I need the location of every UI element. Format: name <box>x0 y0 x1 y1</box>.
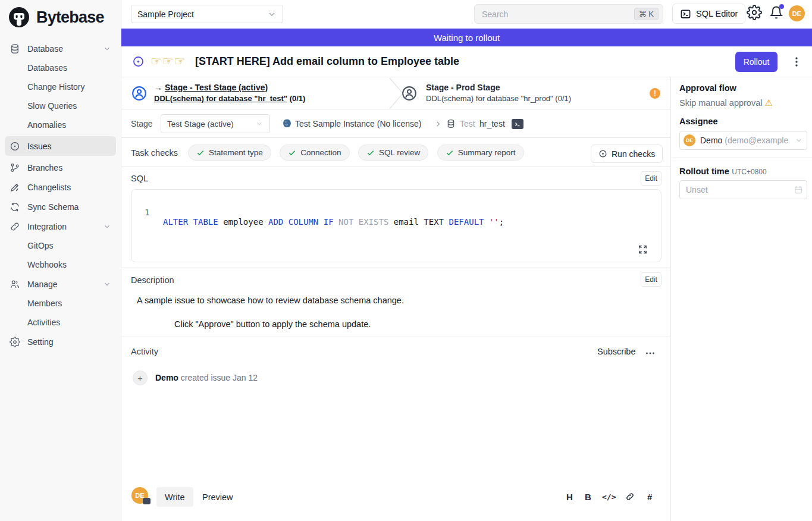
hash-format-icon[interactable]: # <box>647 492 652 502</box>
sidebar-item-change-history[interactable]: Change History <box>5 77 116 96</box>
activity-section: Activity Subscribe + Demo created issue … <box>121 337 671 521</box>
sidebar-item-sync-schema[interactable]: Sync Schema <box>5 197 116 216</box>
stage-select-value: Test Stage (active) <box>167 120 234 128</box>
sidebar-item-webhooks[interactable]: Webhooks <box>5 255 116 274</box>
sidebar-item-changelists[interactable]: Changelists <box>5 177 116 197</box>
sidebar-label: Issues <box>27 142 51 151</box>
sidebar-item-activities[interactable]: Activities <box>5 313 116 332</box>
activity-label: Activity <box>131 347 158 356</box>
chevron-down-icon <box>103 222 111 231</box>
rollout-button[interactable]: Rollout <box>735 52 777 72</box>
sidebar-item-branches[interactable]: Branches <box>5 158 116 177</box>
fullscreen-icon[interactable] <box>638 244 648 255</box>
approval-flow-title: Approval flow <box>679 83 736 93</box>
sidebar-item-manage[interactable]: Manage <box>5 274 116 294</box>
user-avatar[interactable]: DE <box>789 5 805 21</box>
kebab-menu-icon[interactable] <box>791 56 802 68</box>
check-label: Connection <box>300 148 341 157</box>
search-input[interactable] <box>482 10 634 19</box>
approval-status: Skip manual approval ⚠ <box>679 98 773 108</box>
sidebar-item-database[interactable]: Database <box>5 39 116 58</box>
tab-write[interactable]: Write <box>156 487 193 507</box>
database-breadcrumb[interactable]: hr_test <box>479 119 505 128</box>
check-pill-summary-report[interactable]: Summary report <box>437 145 524 161</box>
check-pill-connection[interactable]: Connection <box>280 145 349 161</box>
sidebar-label: Slow Queries <box>27 101 77 111</box>
stage-person-icon-active <box>131 85 148 102</box>
tab-preview[interactable]: Preview <box>194 487 242 507</box>
stage-name[interactable]: Stage - Test Stage (active) <box>165 83 268 92</box>
sidebar-label: Database <box>27 44 63 54</box>
sidebar-label: GitOps <box>27 241 54 250</box>
sidebar-nav: Database Databases Change History Slow Q… <box>0 33 121 351</box>
sidebar-item-members[interactable]: Members <box>5 294 116 313</box>
check-icon <box>196 149 205 157</box>
status-banner: Waiting to rollout <box>121 29 812 46</box>
sidebar-item-integration[interactable]: Integration <box>5 216 116 236</box>
brand-logo[interactable]: Bytebase <box>0 0 121 33</box>
issue-icon <box>10 141 20 152</box>
sidebar-item-setting[interactable]: Setting <box>5 332 116 351</box>
check-icon <box>288 149 296 157</box>
instance-breadcrumb[interactable]: Test Sample Instance (No license) <box>295 119 421 128</box>
project-name: Sample Project <box>137 10 194 19</box>
rollout-time-input[interactable] <box>686 185 794 194</box>
task-checks-label: Task checks <box>131 148 178 158</box>
sql-statement: ALTER TABLE employee ADD COLUMN IF NOT E… <box>163 217 504 227</box>
activity-user[interactable]: Demo <box>155 373 178 382</box>
stage-select[interactable]: Test Stage (active) <box>161 114 270 133</box>
check-pill-sql-review[interactable]: SQL review <box>358 145 428 161</box>
description-section: Description Edit A sample issue to showc… <box>121 268 671 337</box>
run-checks-label: Run checks <box>612 149 655 159</box>
stage-task-link[interactable]: DDL(schema) for database "hr_test" <box>154 94 287 103</box>
open-sql-editor-icon[interactable] <box>512 119 523 129</box>
run-checks-button[interactable]: Run checks <box>591 145 663 163</box>
status-banner-text: Waiting to rollout <box>434 33 500 43</box>
project-selector[interactable]: Sample Project <box>131 5 283 23</box>
environment-label: Test <box>460 119 475 128</box>
sidebar-item-anomalies[interactable]: Anomalies <box>5 115 116 134</box>
sidebar: Bytebase Database Databases Change Histo… <box>0 0 121 521</box>
sidebar-item-databases[interactable]: Databases <box>5 58 116 77</box>
code-format-icon[interactable]: </> <box>602 492 616 501</box>
heading-format-icon[interactable]: H <box>566 492 573 502</box>
sql-label: SQL <box>131 174 148 183</box>
description-edit-button[interactable]: Edit <box>641 272 661 287</box>
sidebar-item-gitops[interactable]: GitOps <box>5 236 116 255</box>
comment-badge-icon <box>143 498 151 504</box>
postgres-icon <box>282 118 292 128</box>
chevron-down-icon <box>267 10 277 19</box>
database-icon <box>446 119 456 128</box>
rollout-time-input-wrap <box>679 180 807 199</box>
search-box[interactable]: ⌘ K <box>474 4 663 24</box>
sidebar-item-issues[interactable]: Issues <box>5 136 116 156</box>
more-icon[interactable] <box>645 349 655 357</box>
chevron-down-icon <box>103 45 111 53</box>
stage-card-test[interactable]: → Stage - Test Stage (active) DDL(schema… <box>154 83 305 103</box>
right-panel: Approval flow Skip manual approval ⚠ Ass… <box>672 77 812 521</box>
assignee-select[interactable]: DE Demo (demo@example <box>679 131 807 150</box>
chevron-down-icon <box>103 280 111 288</box>
activity-event-icon: + <box>133 371 148 385</box>
active-arrow: → <box>154 83 162 92</box>
issue-header: ☞☞☞ [START HERE] Add email column to Emp… <box>121 46 812 77</box>
stage-card-prod[interactable]: Stage - Prod Stage DDL(schema) for datab… <box>426 83 571 103</box>
subscribe-button[interactable]: Subscribe <box>597 347 635 356</box>
sql-editor[interactable]: 1 ALTER TABLE employee ADD COLUMN IF NOT… <box>131 189 661 262</box>
sql-edit-button[interactable]: Edit <box>641 171 661 186</box>
terminal-icon <box>680 8 691 20</box>
task-checks-row: Task checks Statement type Connection SQ… <box>121 138 671 167</box>
description-line: A sample issue to showcase how to review… <box>137 296 404 305</box>
rollout-time-title: Rollout time UTC+0800 <box>679 166 767 177</box>
sidebar-item-slow-queries[interactable]: Slow Queries <box>5 96 116 115</box>
check-label: Statement type <box>209 148 263 157</box>
run-icon <box>598 149 607 158</box>
notification-bell-icon[interactable] <box>769 5 783 20</box>
link-format-icon[interactable] <box>625 492 635 501</box>
sql-editor-button[interactable]: SQL Editor <box>672 4 745 24</box>
attention-icon: ! <box>650 88 660 99</box>
check-pill-statement-type[interactable]: Statement type <box>188 145 271 161</box>
bold-format-icon[interactable]: B <box>585 492 591 502</box>
settings-gear-icon[interactable] <box>747 5 762 20</box>
stage-strip: → Stage - Test Stage (active) DDL(schema… <box>121 77 671 109</box>
